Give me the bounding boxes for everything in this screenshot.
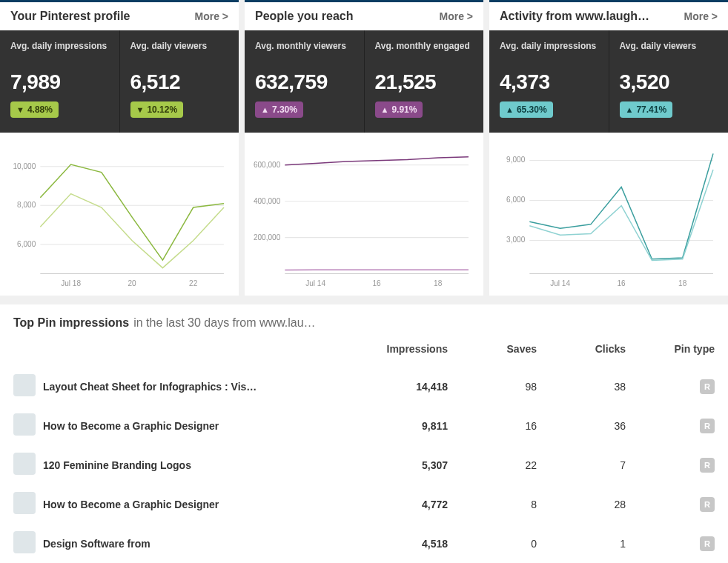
pin-impressions: 4,518 <box>351 538 448 550</box>
pin-saves: 0 <box>448 538 537 550</box>
stat-label: Avg. daily impressions <box>10 41 109 66</box>
change-badge: ▲ 7.30% <box>255 101 303 118</box>
stat-label: Avg. daily viewers <box>130 41 229 66</box>
pin-type: R <box>626 458 715 473</box>
svg-text:18: 18 <box>678 279 687 287</box>
more-link[interactable]: More > <box>684 10 718 22</box>
change-value: 10.12% <box>147 104 177 115</box>
stat-card[interactable]: Avg. monthly viewers 632,759 ▲ 7.30% <box>245 30 365 133</box>
panel-activity: Activity from www.laugh… More > Avg. dai… <box>489 0 728 296</box>
pin-row[interactable]: How to Become a Graphic Designer4,772828… <box>13 484 715 524</box>
col-impressions[interactable]: Impressions <box>351 343 448 355</box>
pin-clicks: 38 <box>537 381 626 393</box>
pin-clicks: 28 <box>537 499 626 510</box>
panel-header: Your Pinterest profile More > <box>0 0 239 30</box>
chart-area: 200,000400,000600,000Jul 141618 <box>245 133 483 296</box>
panel-profile: Your Pinterest profile More > Avg. daily… <box>0 0 239 296</box>
pin-type-badge: R <box>700 536 715 551</box>
svg-text:6,000: 6,000 <box>17 240 36 248</box>
change-value: 77.41% <box>636 104 666 115</box>
line-chart: 200,000400,000600,000Jul 141618 <box>249 140 473 291</box>
top-pins-header: Top Pin impressions in the last 30 days … <box>13 316 715 330</box>
pin-title: Design Software from <box>43 538 351 550</box>
arrow-up-icon: ▲ <box>626 105 634 114</box>
panel-title: Your Pinterest profile <box>10 10 130 23</box>
svg-text:3,000: 3,000 <box>506 236 526 244</box>
pin-row[interactable]: Design Software from4,51801R <box>13 524 715 563</box>
panel-title: Activity from www.laugh… <box>500 10 649 23</box>
change-value: 4.88% <box>27 104 53 115</box>
pin-clicks: 1 <box>537 538 626 550</box>
col-saves[interactable]: Saves <box>448 343 537 355</box>
panel-reach: People you reach More > Avg. monthly vie… <box>245 0 483 296</box>
stat-label: Avg. monthly engaged <box>375 41 474 66</box>
svg-text:10,000: 10,000 <box>13 162 36 170</box>
change-value: 65.30% <box>517 104 547 115</box>
stat-value: 7,989 <box>10 70 109 94</box>
pin-impressions: 14,418 <box>351 381 448 393</box>
svg-text:Jul 14: Jul 14 <box>305 279 325 287</box>
pin-type: R <box>626 379 715 394</box>
arrow-up-icon: ▲ <box>261 105 269 114</box>
pin-saves: 22 <box>448 459 537 471</box>
pin-type-badge: R <box>700 379 715 394</box>
pin-saves: 98 <box>448 381 537 393</box>
pin-row[interactable]: Layout Cheat Sheet for Infographics : Vi… <box>13 367 715 406</box>
pin-title: How to Become a Graphic Designer <box>43 420 351 432</box>
stats-row: Avg. daily impressions 7,989 ▼ 4.88% Avg… <box>0 30 239 133</box>
pin-row[interactable]: 120 Feminine Branding Logos5,307227R <box>13 445 715 484</box>
top-pins-title: Top Pin impressions <box>13 316 129 330</box>
pin-title: How to Become a Graphic Designer <box>43 499 351 510</box>
svg-text:22: 22 <box>189 279 198 287</box>
stat-label: Avg. daily viewers <box>620 41 718 66</box>
pin-type-badge: R <box>700 458 715 473</box>
col-clicks[interactable]: Clicks <box>537 343 626 355</box>
stat-value: 6,512 <box>130 70 229 94</box>
pin-saves: 16 <box>448 420 537 432</box>
stat-card[interactable]: Avg. daily impressions 7,989 ▼ 4.88% <box>0 30 120 133</box>
stat-value: 21,525 <box>375 70 474 94</box>
stat-value: 3,520 <box>620 70 718 94</box>
svg-text:600,000: 600,000 <box>254 161 281 169</box>
stat-card[interactable]: Avg. daily viewers 3,520 ▲ 77.41% <box>609 30 729 133</box>
change-badge: ▲ 65.30% <box>500 101 553 118</box>
pin-saves: 8 <box>448 499 537 510</box>
arrow-down-icon: ▼ <box>16 105 24 114</box>
pin-clicks: 7 <box>537 459 626 471</box>
pin-title: Layout Cheat Sheet for Infographics : Vi… <box>43 381 351 393</box>
col-pin-type[interactable]: Pin type <box>626 343 715 355</box>
stats-row: Avg. monthly viewers 632,759 ▲ 7.30% Avg… <box>245 30 483 133</box>
change-badge: ▲ 9.91% <box>375 101 423 118</box>
top-pins-rows: Layout Cheat Sheet for Infographics : Vi… <box>13 367 715 563</box>
stat-card[interactable]: Avg. daily impressions 4,373 ▲ 65.30% <box>489 30 609 133</box>
svg-text:Jul 18: Jul 18 <box>61 279 81 287</box>
svg-text:Jul 14: Jul 14 <box>550 279 570 287</box>
pin-type-badge: R <box>700 419 715 433</box>
more-link[interactable]: More > <box>194 10 228 22</box>
svg-text:6,000: 6,000 <box>506 196 526 204</box>
stat-value: 4,373 <box>500 70 598 94</box>
change-value: 7.30% <box>272 104 297 115</box>
pin-clicks: 36 <box>537 420 626 432</box>
pin-type-badge: R <box>700 497 715 512</box>
change-badge: ▼ 4.88% <box>10 101 59 118</box>
pin-type: R <box>626 419 715 433</box>
stat-card[interactable]: Avg. daily viewers 6,512 ▼ 10.12% <box>120 30 239 133</box>
chart-area: 6,0008,00010,000Jul 182022 <box>0 133 239 296</box>
top-pins-columns: Impressions Saves Clicks Pin type <box>13 343 715 355</box>
svg-text:20: 20 <box>128 279 137 287</box>
more-link[interactable]: More > <box>439 10 473 22</box>
arrow-down-icon: ▼ <box>136 105 145 114</box>
stat-value: 632,759 <box>255 70 354 94</box>
panel-header: People you reach More > <box>245 0 483 30</box>
top-pins-subtitle: in the last 30 days from www.lau… <box>133 316 715 330</box>
svg-text:8,000: 8,000 <box>17 201 36 209</box>
svg-text:16: 16 <box>618 279 626 287</box>
svg-text:9,000: 9,000 <box>506 156 526 164</box>
pin-row[interactable]: How to Become a Graphic Designer9,811163… <box>13 406 715 445</box>
stat-card[interactable]: Avg. monthly engaged 21,525 ▲ 9.91% <box>365 30 484 133</box>
top-pins-section: Top Pin impressions in the last 30 days … <box>0 304 728 563</box>
change-badge: ▼ 10.12% <box>130 101 184 118</box>
arrow-up-icon: ▲ <box>381 105 389 114</box>
chart-area: 3,0006,0009,000Jul 141618 <box>489 133 728 296</box>
